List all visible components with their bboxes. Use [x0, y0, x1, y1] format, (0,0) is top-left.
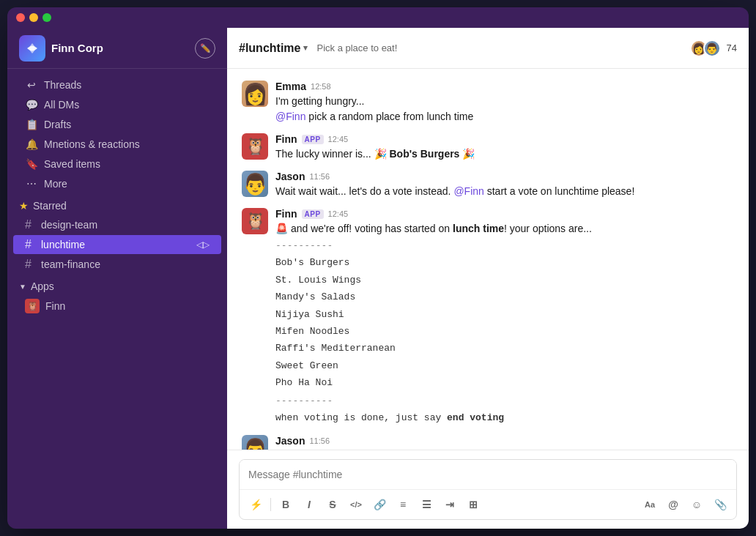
font-size-button[interactable]: Aa [640, 494, 660, 515]
message-header-emma: Emma 12:58 [275, 81, 734, 92]
bullet-list-button[interactable]: ☰ [416, 494, 437, 515]
link-button[interactable]: 🔗 [369, 494, 390, 515]
avatar-jason-1 [242, 171, 268, 197]
maximize-button[interactable] [42, 13, 51, 22]
ordered-list-button[interactable]: ≡ [393, 494, 413, 515]
sidebar-item-threads-label: Threads [44, 79, 81, 91]
message-toolbar: ⚡ B I S </> 🔗 ≡ ☰ ⇥ ⊞ Aa @ [240, 489, 736, 519]
member-avatars[interactable]: 👩 👨 [690, 40, 721, 57]
message-emma: Emma 12:58 I'm getting hungry... @Finn p… [242, 81, 734, 124]
main-content: #lunchtime ▾ Pick a place to eat! 👩 👨 74 [227, 28, 749, 529]
time-finn-2: 12:45 [328, 209, 349, 218]
channel-title[interactable]: #lunchtime ▾ [239, 42, 308, 55]
sender-jason-1: Jason [275, 171, 305, 182]
app-item-finn[interactable]: 🦉 Finn [13, 296, 221, 316]
message-header-finn-2: Finn APP 12:45 [275, 208, 734, 220]
channel-chevron-icon: ▾ [303, 43, 308, 53]
avatar-jason-2 [242, 435, 268, 450]
block-button[interactable]: ⊞ [463, 494, 483, 515]
channel-header: #lunchtime ▾ Pick a place to eat! 👩 👨 74 [227, 28, 749, 69]
channel-name-team-finance: team-finance [41, 258, 100, 270]
apps-toggle[interactable]: ▼ Apps [19, 280, 215, 292]
sidebar-item-saved-label: Saved items [44, 158, 100, 170]
sidebar-item-all-dms-label: All DMs [44, 99, 79, 111]
indent-button[interactable]: ⇥ [440, 494, 460, 515]
hash-icon: # [25, 258, 37, 271]
sidebar-nav: ↩ Threads 💬 All DMs 📋 Drafts 🔔 Mnetions … [7, 69, 227, 529]
messages-area: Emma 12:58 I'm getting hungry... @Finn p… [227, 69, 749, 450]
hash-icon: # [25, 238, 37, 251]
apps-section: ▼ Apps [7, 275, 227, 295]
message-text-emma: I'm getting hungry... @Finn pick a rando… [275, 94, 734, 124]
traffic-lights [16, 13, 51, 22]
mention-finn: @Finn [275, 111, 305, 122]
avatar-finn-2 [242, 208, 268, 234]
attach-button[interactable]: 📎 [710, 494, 730, 515]
sidebar-item-saved[interactable]: 🔖 Saved items [13, 155, 221, 174]
message-content-finn-1: Finn APP 12:45 The lucky winner is... 🎉 … [275, 133, 734, 162]
close-button[interactable] [16, 13, 25, 22]
emoji-button[interactable]: ☺ [686, 494, 707, 515]
channel-arrows-icon: ◁▷ [196, 239, 210, 250]
time-emma: 12:58 [311, 82, 331, 91]
sidebar-item-drafts-label: Drafts [44, 119, 71, 130]
mention-finn-2: @Finn [453, 185, 483, 197]
message-jason-2: Jason 11:56 St. Louis Wings [242, 435, 734, 450]
toolbar-right: Aa @ ☺ 📎 [640, 494, 730, 515]
minimize-button[interactable] [29, 13, 38, 22]
drafts-icon: 📋 [25, 119, 38, 130]
header-right: 👩 👨 74 [690, 40, 737, 57]
message-jason-1: Jason 11:56 Wait wait wait... let's do a… [242, 171, 734, 199]
vote-options: ---------- Bob's Burgers St. Louis Wings… [275, 237, 734, 426]
sidebar-item-more[interactable]: ⋯ More [13, 174, 221, 193]
time-jason-2: 11:56 [309, 436, 330, 445]
channel-item-design-team[interactable]: # design-team [13, 215, 221, 234]
starred-section: ★ Starred [7, 194, 227, 215]
message-content-jason-1: Jason 11:56 Wait wait wait... let's do a… [275, 171, 734, 199]
message-header-jason-2: Jason 11:56 [275, 435, 734, 447]
starred-label: Starred [33, 200, 67, 212]
member-avatar-2: 👨 [703, 40, 721, 57]
sender-finn-1: Finn [275, 133, 297, 145]
avatar-finn-1 [242, 133, 268, 160]
at-mention-button[interactable]: @ [663, 494, 683, 515]
italic-button[interactable]: I [299, 494, 319, 515]
workspace-info: Finn Corp [19, 35, 103, 62]
strikethrough-button[interactable]: S [322, 494, 343, 515]
sender-finn-2: Finn [275, 208, 297, 220]
message-header-jason-1: Jason 11:56 [275, 171, 734, 182]
bold-button[interactable]: B [275, 494, 296, 515]
sidebar: Finn Corp ✏️ ↩ Threads 💬 All DMs 📋 Draft… [7, 28, 227, 529]
code-button[interactable]: </> [346, 494, 366, 515]
dms-icon: 💬 [25, 99, 38, 111]
mentions-icon: 🔔 [25, 138, 38, 150]
apps-label: Apps [31, 280, 54, 292]
time-finn-1: 12:45 [328, 135, 349, 144]
apps-chevron-icon: ▼ [19, 283, 26, 291]
sender-emma: Emma [275, 81, 306, 92]
app-badge-finn-1: APP [302, 135, 324, 144]
lightning-button[interactable]: ⚡ [245, 494, 266, 515]
app-item-finn-label: Finn [45, 300, 65, 312]
threads-icon: ↩ [25, 79, 38, 91]
finn-app-icon: 🦉 [25, 299, 40, 313]
message-input[interactable] [240, 460, 736, 489]
channel-item-lunchtime[interactable]: # lunchtime ◁▷ [13, 235, 221, 254]
channel-item-team-finance[interactable]: # team-finance [13, 255, 221, 274]
message-input-box: ⚡ B I S </> 🔗 ≡ ☰ ⇥ ⊞ Aa @ [239, 459, 737, 520]
avatar-emma [242, 81, 268, 107]
channel-description: Pick a place to eat! [316, 42, 397, 53]
sidebar-item-more-label: More [44, 178, 67, 190]
edit-button[interactable]: ✏️ [195, 38, 215, 59]
hash-icon: # [25, 218, 37, 231]
message-text-finn-2: 🚨 and we're off! voting has started on l… [275, 221, 734, 237]
sidebar-item-drafts[interactable]: 📋 Drafts [13, 115, 221, 134]
message-text-finn-1: The lucky winner is... 🎉 Bob's Burgers 🎉 [275, 146, 734, 162]
channel-name-lunchtime: lunchtime [41, 239, 85, 250]
sidebar-item-threads[interactable]: ↩ Threads [13, 75, 221, 94]
sidebar-item-all-dms[interactable]: 💬 All DMs [13, 95, 221, 114]
workspace-icon[interactable] [19, 35, 45, 62]
message-finn-2: Finn APP 12:45 🚨 and we're off! voting h… [242, 208, 734, 426]
sidebar-item-mentions[interactable]: 🔔 Mnetions & reactions [13, 135, 221, 154]
sender-jason-2: Jason [275, 435, 305, 447]
